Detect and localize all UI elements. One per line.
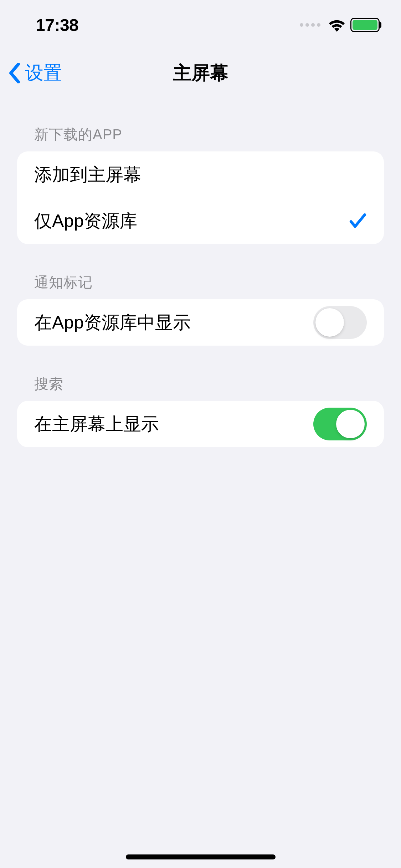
nav-bar: 设置 主屏幕 <box>0 50 401 96</box>
section-badges: 通知标记 在App资源库中显示 <box>0 273 401 346</box>
option-label: 添加到主屏幕 <box>34 163 141 187</box>
status-bar: 17:38 <box>0 0 401 50</box>
back-label: 设置 <box>25 61 62 86</box>
status-time: 17:38 <box>36 15 78 35</box>
home-indicator[interactable] <box>126 854 276 859</box>
toggle-show-on-home[interactable] <box>313 408 367 440</box>
section-header-new-apps: 新下载的APP <box>0 125 401 151</box>
option-label: 仅App资源库 <box>34 209 137 233</box>
section-header-badges: 通知标记 <box>0 273 401 299</box>
checkmark-icon <box>349 212 367 229</box>
section-header-search: 搜索 <box>0 374 401 401</box>
option-add-to-home[interactable]: 添加到主屏幕 <box>17 151 384 198</box>
chevron-left-icon <box>9 63 21 83</box>
wifi-icon <box>328 18 346 32</box>
status-right <box>300 18 380 32</box>
back-button[interactable]: 设置 <box>9 61 62 86</box>
row-label: 在App资源库中显示 <box>34 311 191 335</box>
group-search: 在主屏幕上显示 <box>17 401 384 447</box>
row-label: 在主屏幕上显示 <box>34 412 159 436</box>
row-show-in-app-library: 在App资源库中显示 <box>17 299 384 346</box>
cellular-icon <box>300 23 320 27</box>
group-new-apps: 添加到主屏幕 仅App资源库 <box>17 151 384 244</box>
section-search: 搜索 在主屏幕上显示 <box>0 374 401 447</box>
section-new-apps: 新下载的APP 添加到主屏幕 仅App资源库 <box>0 125 401 244</box>
toggle-show-in-app-library[interactable] <box>313 306 367 339</box>
group-badges: 在App资源库中显示 <box>17 299 384 346</box>
option-app-library-only[interactable]: 仅App资源库 <box>17 198 384 244</box>
row-show-on-home: 在主屏幕上显示 <box>17 401 384 447</box>
battery-icon <box>350 18 380 32</box>
